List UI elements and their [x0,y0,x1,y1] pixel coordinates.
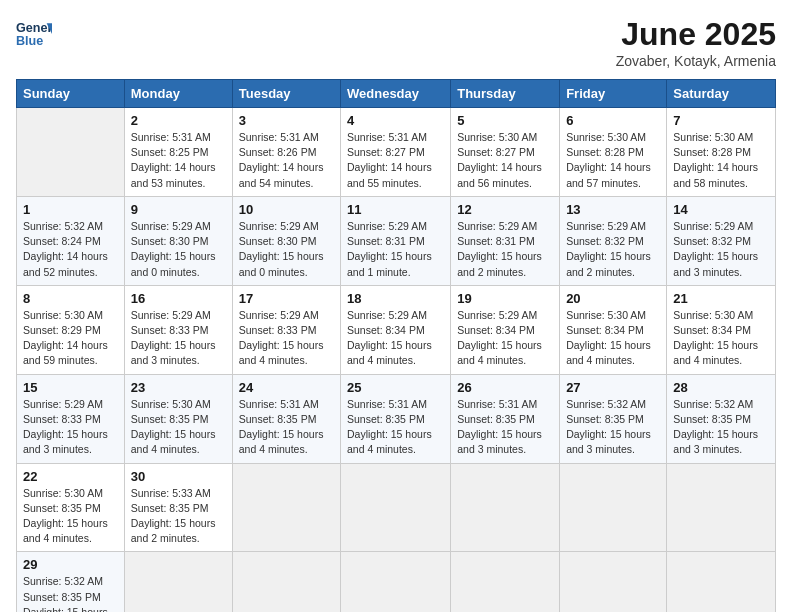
table-row [232,463,340,552]
day-info: Sunrise: 5:30 AM Sunset: 8:35 PM Dayligh… [131,397,226,458]
day-info: Sunrise: 5:29 AM Sunset: 8:32 PM Dayligh… [673,219,769,280]
day-number: 16 [131,291,226,306]
page-header: General Blue June 2025 Zovaber, Kotayk, … [16,16,776,69]
day-number: 3 [239,113,334,128]
day-info: Sunrise: 5:29 AM Sunset: 8:34 PM Dayligh… [457,308,553,369]
table-row [341,463,451,552]
table-row: 11Sunrise: 5:29 AM Sunset: 8:31 PM Dayli… [341,196,451,285]
day-number: 23 [131,380,226,395]
day-number: 21 [673,291,769,306]
day-number: 11 [347,202,444,217]
day-number: 1 [23,202,118,217]
day-info: Sunrise: 5:29 AM Sunset: 8:33 PM Dayligh… [239,308,334,369]
table-row [17,108,125,197]
table-row: 18Sunrise: 5:29 AM Sunset: 8:34 PM Dayli… [341,285,451,374]
day-info: Sunrise: 5:30 AM Sunset: 8:35 PM Dayligh… [23,486,118,547]
day-info: Sunrise: 5:30 AM Sunset: 8:28 PM Dayligh… [673,130,769,191]
day-number: 4 [347,113,444,128]
table-row: 16Sunrise: 5:29 AM Sunset: 8:33 PM Dayli… [124,285,232,374]
day-number: 2 [131,113,226,128]
table-row: 12Sunrise: 5:29 AM Sunset: 8:31 PM Dayli… [451,196,560,285]
day-info: Sunrise: 5:30 AM Sunset: 8:28 PM Dayligh… [566,130,660,191]
table-row: 1Sunrise: 5:32 AM Sunset: 8:24 PM Daylig… [17,196,125,285]
table-row [451,552,560,612]
table-row: 8Sunrise: 5:30 AM Sunset: 8:29 PM Daylig… [17,285,125,374]
day-number: 19 [457,291,553,306]
day-number: 26 [457,380,553,395]
table-row [560,463,667,552]
day-number: 7 [673,113,769,128]
svg-text:Blue: Blue [16,34,43,48]
day-number: 10 [239,202,334,217]
table-row: 22Sunrise: 5:30 AM Sunset: 8:35 PM Dayli… [17,463,125,552]
day-info: Sunrise: 5:32 AM Sunset: 8:35 PM Dayligh… [673,397,769,458]
day-info: Sunrise: 5:30 AM Sunset: 8:27 PM Dayligh… [457,130,553,191]
day-info: Sunrise: 5:29 AM Sunset: 8:34 PM Dayligh… [347,308,444,369]
day-number: 25 [347,380,444,395]
day-info: Sunrise: 5:29 AM Sunset: 8:31 PM Dayligh… [457,219,553,280]
day-number: 22 [23,469,118,484]
day-info: Sunrise: 5:31 AM Sunset: 8:27 PM Dayligh… [347,130,444,191]
day-number: 20 [566,291,660,306]
col-tuesday: Tuesday [232,80,340,108]
day-number: 12 [457,202,553,217]
table-row [124,552,232,612]
calendar-week-row: 1Sunrise: 5:32 AM Sunset: 8:24 PM Daylig… [17,196,776,285]
day-number: 5 [457,113,553,128]
calendar-body: 2Sunrise: 5:31 AM Sunset: 8:25 PM Daylig… [17,108,776,613]
day-info: Sunrise: 5:29 AM Sunset: 8:30 PM Dayligh… [131,219,226,280]
day-info: Sunrise: 5:31 AM Sunset: 8:26 PM Dayligh… [239,130,334,191]
col-thursday: Thursday [451,80,560,108]
col-friday: Friday [560,80,667,108]
table-row [560,552,667,612]
day-number: 9 [131,202,226,217]
table-row: 23Sunrise: 5:30 AM Sunset: 8:35 PM Dayli… [124,374,232,463]
day-number: 15 [23,380,118,395]
col-monday: Monday [124,80,232,108]
table-row: 15Sunrise: 5:29 AM Sunset: 8:33 PM Dayli… [17,374,125,463]
day-number: 8 [23,291,118,306]
table-row: 26Sunrise: 5:31 AM Sunset: 8:35 PM Dayli… [451,374,560,463]
table-row: 21Sunrise: 5:30 AM Sunset: 8:34 PM Dayli… [667,285,776,374]
table-row: 2Sunrise: 5:31 AM Sunset: 8:25 PM Daylig… [124,108,232,197]
day-info: Sunrise: 5:30 AM Sunset: 8:29 PM Dayligh… [23,308,118,369]
calendar-table: Sunday Monday Tuesday Wednesday Thursday… [16,79,776,612]
title-block: June 2025 Zovaber, Kotayk, Armenia [616,16,776,69]
day-info: Sunrise: 5:31 AM Sunset: 8:35 PM Dayligh… [457,397,553,458]
calendar-title: June 2025 [616,16,776,53]
day-number: 29 [23,557,118,572]
day-number: 17 [239,291,334,306]
table-row: 20Sunrise: 5:30 AM Sunset: 8:34 PM Dayli… [560,285,667,374]
logo: General Blue [16,16,52,52]
calendar-header-row: Sunday Monday Tuesday Wednesday Thursday… [17,80,776,108]
day-info: Sunrise: 5:29 AM Sunset: 8:31 PM Dayligh… [347,219,444,280]
day-info: Sunrise: 5:31 AM Sunset: 8:35 PM Dayligh… [347,397,444,458]
calendar-week-row: 22Sunrise: 5:30 AM Sunset: 8:35 PM Dayli… [17,463,776,552]
table-row: 3Sunrise: 5:31 AM Sunset: 8:26 PM Daylig… [232,108,340,197]
table-row: 9Sunrise: 5:29 AM Sunset: 8:30 PM Daylig… [124,196,232,285]
table-row [451,463,560,552]
day-number: 14 [673,202,769,217]
day-info: Sunrise: 5:30 AM Sunset: 8:34 PM Dayligh… [673,308,769,369]
day-info: Sunrise: 5:29 AM Sunset: 8:33 PM Dayligh… [131,308,226,369]
table-row: 4Sunrise: 5:31 AM Sunset: 8:27 PM Daylig… [341,108,451,197]
calendar-subtitle: Zovaber, Kotayk, Armenia [616,53,776,69]
table-row: 17Sunrise: 5:29 AM Sunset: 8:33 PM Dayli… [232,285,340,374]
table-row: 30Sunrise: 5:33 AM Sunset: 8:35 PM Dayli… [124,463,232,552]
col-sunday: Sunday [17,80,125,108]
day-info: Sunrise: 5:32 AM Sunset: 8:35 PM Dayligh… [23,574,118,612]
day-number: 18 [347,291,444,306]
table-row: 6Sunrise: 5:30 AM Sunset: 8:28 PM Daylig… [560,108,667,197]
day-info: Sunrise: 5:29 AM Sunset: 8:32 PM Dayligh… [566,219,660,280]
table-row: 7Sunrise: 5:30 AM Sunset: 8:28 PM Daylig… [667,108,776,197]
table-row: 27Sunrise: 5:32 AM Sunset: 8:35 PM Dayli… [560,374,667,463]
day-info: Sunrise: 5:32 AM Sunset: 8:35 PM Dayligh… [566,397,660,458]
calendar-week-row: 29Sunrise: 5:32 AM Sunset: 8:35 PM Dayli… [17,552,776,612]
day-info: Sunrise: 5:31 AM Sunset: 8:25 PM Dayligh… [131,130,226,191]
table-row: 28Sunrise: 5:32 AM Sunset: 8:35 PM Dayli… [667,374,776,463]
table-row: 29Sunrise: 5:32 AM Sunset: 8:35 PM Dayli… [17,552,125,612]
day-info: Sunrise: 5:29 AM Sunset: 8:30 PM Dayligh… [239,219,334,280]
table-row: 10Sunrise: 5:29 AM Sunset: 8:30 PM Dayli… [232,196,340,285]
day-number: 30 [131,469,226,484]
table-row: 19Sunrise: 5:29 AM Sunset: 8:34 PM Dayli… [451,285,560,374]
